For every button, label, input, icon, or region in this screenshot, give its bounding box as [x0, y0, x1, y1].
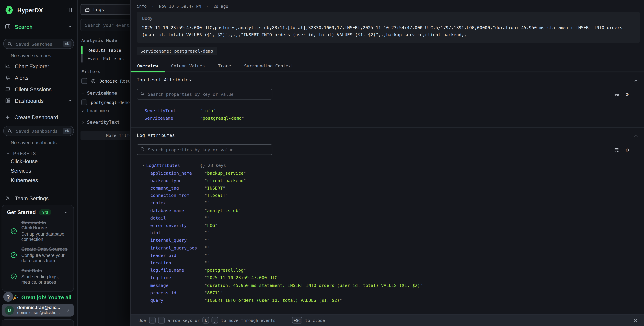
- attribute-key[interactable]: internal_query: [150, 236, 205, 244]
- preset-dashboard-item[interactable]: Services: [0, 166, 77, 176]
- attribute-value[interactable]: "": [204, 199, 210, 206]
- detail-tab[interactable]: Column Values: [164, 60, 212, 73]
- attribute-value[interactable]: "backup_service": [204, 169, 246, 177]
- attribute-value[interactable]: "INSERT INTO orders (user_id, total) VAL…: [204, 296, 342, 304]
- attribute-value[interactable]: "LOG": [204, 222, 218, 229]
- sidebar-item-search[interactable]: Search: [0, 21, 77, 33]
- help-label: ?: [6, 294, 10, 300]
- attribute-key[interactable]: internal_query_pos: [150, 244, 205, 251]
- attribute-key[interactable]: message: [150, 281, 205, 289]
- attribute-key[interactable]: detail: [150, 214, 205, 222]
- attribute-key[interactable]: error_severity: [150, 222, 205, 229]
- attribute-value[interactable]: "INSERT": [204, 184, 225, 192]
- attribute-key[interactable]: hint: [150, 229, 205, 236]
- attribute-value[interactable]: "": [204, 214, 210, 222]
- collapse-section-icon[interactable]: [633, 78, 639, 84]
- detail-tab[interactable]: Surrounding Context: [238, 60, 300, 73]
- attribute-value[interactable]: "2025-11-10 23:59:47.000 UTC": [204, 274, 280, 281]
- attribute-key[interactable]: application_name: [150, 169, 205, 177]
- attribute-value[interactable]: "client backend": [204, 177, 246, 184]
- detail-tab[interactable]: Trace: [212, 60, 238, 73]
- attribute-key[interactable]: query: [150, 296, 205, 304]
- attribute-value[interactable]: "analytics_db": [204, 207, 241, 214]
- line-wrap-icon[interactable]: [614, 147, 620, 153]
- attribute-value[interactable]: "[local]": [204, 192, 228, 199]
- preset-dashboard-item[interactable]: ClickHouse: [0, 157, 77, 166]
- detail-tab[interactable]: Overview: [130, 60, 164, 73]
- preset-label: ClickHouse: [11, 158, 38, 164]
- logattributes-root-row[interactable]: ▾ LogAttributes {} 28 keys: [137, 162, 638, 169]
- footer-text: arrow keys or: [168, 318, 200, 322]
- chevron-right-icon: [66, 308, 71, 313]
- attribute-value[interactable]: "": [204, 259, 210, 266]
- attribute-key[interactable]: log.file.name: [150, 266, 205, 274]
- line-wrap-icon[interactable]: [614, 91, 620, 97]
- property-search-input[interactable]: [137, 89, 272, 100]
- hyperdx-logo-icon: [5, 6, 14, 15]
- denoise-checkbox[interactable]: [81, 78, 87, 84]
- tree-expand-icon[interactable]: ▾: [142, 162, 146, 169]
- attribute-key[interactable]: context: [150, 199, 205, 206]
- sidebar-item-client-sessions[interactable]: Client Sessions: [0, 84, 77, 95]
- sidebar-item-team-settings[interactable]: Team Settings: [0, 192, 77, 204]
- attribute-key[interactable]: location: [150, 259, 205, 266]
- body-text[interactable]: 2025-11-10 23:59:47.000 UTC,postgres,ana…: [142, 24, 634, 38]
- section-title: Top Level Attributes: [137, 77, 638, 83]
- attribute-key[interactable]: ServiceName: [144, 114, 200, 122]
- collapse-section-icon[interactable]: [633, 134, 639, 139]
- attribute-key[interactable]: SeverityText: [144, 107, 200, 114]
- denoise-icon: [91, 78, 96, 84]
- attribute-value[interactable]: "postgresql.log": [204, 266, 246, 274]
- chevron-up-icon[interactable]: [64, 210, 68, 215]
- get-started-item[interactable]: Create Data Sources Configure where your…: [7, 247, 68, 263]
- attribute-key[interactable]: leader_pid: [150, 251, 205, 259]
- servicename-chip[interactable]: ServiceName: postgresql-demo: [137, 47, 217, 55]
- saved-searches-input[interactable]: [15, 41, 63, 47]
- sidebar-bottom-card[interactable]: [2, 319, 74, 326]
- get-started-item[interactable]: Connect to ClickHouse Set up your databa…: [7, 220, 68, 242]
- sidebar-item-dashboards[interactable]: Dashboards: [0, 95, 77, 107]
- attribute-key[interactable]: database_name: [150, 207, 205, 214]
- close-icon[interactable]: [633, 317, 638, 323]
- saved-searches-search[interactable]: ⌘K: [3, 39, 74, 49]
- attribute-key[interactable]: process_id: [150, 289, 205, 296]
- attribute-value[interactable]: "": [204, 229, 210, 236]
- attribute-value[interactable]: "": [204, 251, 210, 259]
- saved-dashboards-search[interactable]: ⌘K: [3, 126, 74, 136]
- attribute-value[interactable]: "": [204, 244, 210, 251]
- settings-gear-icon[interactable]: ⚙: [626, 91, 629, 97]
- sidebar-collapse-icon[interactable]: [66, 7, 72, 13]
- attribute-key[interactable]: log_time: [150, 274, 205, 281]
- check-circle-icon: [10, 251, 17, 258]
- attribute-value[interactable]: "88711": [204, 289, 223, 296]
- attribute-row: log.file.name "postgresql.log": [137, 266, 638, 274]
- chevron-up-icon[interactable]: [67, 24, 72, 29]
- attribute-key[interactable]: backend_type: [150, 177, 205, 184]
- settings-gear-icon[interactable]: ⚙: [626, 147, 629, 153]
- attribute-value[interactable]: "duration: 45.950 ms statement: INSERT I…: [204, 281, 422, 289]
- footer-text: Use: [138, 318, 146, 322]
- attribute-key[interactable]: LogAttributes: [146, 162, 200, 169]
- attribute-key[interactable]: command_tag: [150, 184, 205, 192]
- attribute-value[interactable]: "postgresql-demo": [200, 114, 244, 122]
- attribute-row: log_time "2025-11-10 23:59:47.000 UTC": [137, 274, 638, 281]
- attribute-value[interactable]: "info": [200, 107, 216, 114]
- saved-dashboards-input[interactable]: [15, 128, 63, 134]
- filter-option-checkbox[interactable]: [81, 100, 87, 105]
- shortcut-badge: ⌘K: [62, 128, 71, 134]
- property-search-input[interactable]: [137, 144, 272, 155]
- hyperdx-app: HyperDX Search ⌘K No saved searches Char…: [0, 0, 644, 326]
- get-started-item[interactable]: Add Data Start sending logs, metrics, or…: [7, 268, 68, 285]
- user-menu[interactable]: D dominic.tran@clic... dominic.tran@clic…: [2, 304, 74, 316]
- create-dashboard-button[interactable]: Create Dashboard: [0, 112, 77, 123]
- attribute-key[interactable]: connection_from: [150, 192, 205, 199]
- sidebar-item-alerts[interactable]: Alerts: [0, 72, 77, 84]
- preset-dashboard-item[interactable]: Kubernetes: [0, 176, 77, 185]
- great-job-message: Great job! You're all: [12, 294, 71, 300]
- chevron-up-icon[interactable]: [67, 98, 72, 103]
- party-popper-icon: [12, 294, 18, 300]
- help-button[interactable]: ?: [3, 292, 13, 302]
- presets-header[interactable]: PRESETS: [0, 148, 77, 157]
- attribute-value[interactable]: "": [204, 236, 210, 244]
- sidebar-item-chart-explorer[interactable]: Chart Explorer: [0, 61, 77, 72]
